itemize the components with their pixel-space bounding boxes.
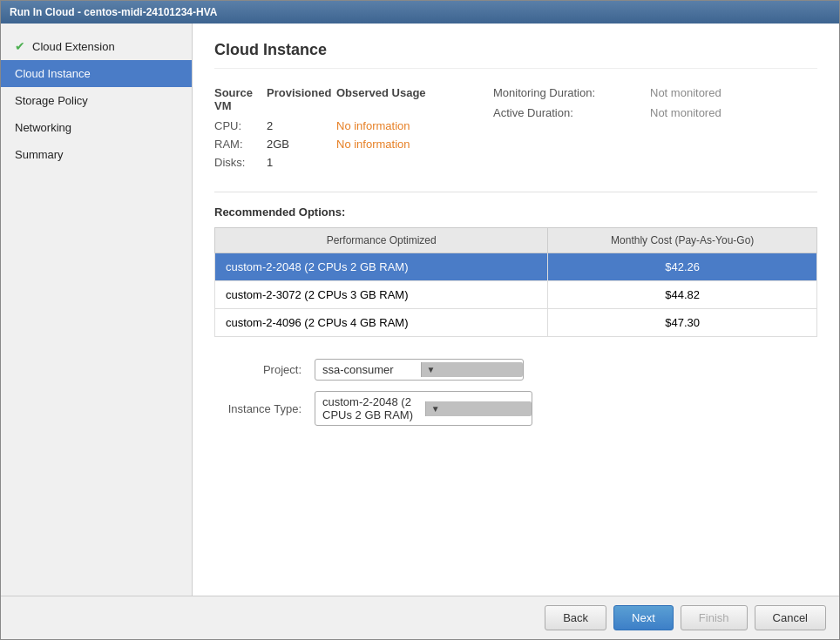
- next-button[interactable]: Next: [613, 605, 674, 630]
- table-row[interactable]: custom-2-4096 (2 CPUs 4 GB RAM) $47.30: [215, 309, 817, 337]
- ram-label: RAM:: [214, 138, 267, 151]
- sidebar: ✔ Cloud Extension Cloud Instance Storage…: [1, 24, 193, 596]
- project-row: Project: ssa-consumer ▼: [214, 359, 817, 381]
- column-headers: Source VM Provisioned Observed Usage: [214, 86, 493, 112]
- cpu-value: 2: [267, 119, 336, 132]
- sidebar-item-label: Storage Policy: [15, 94, 88, 107]
- dropdown-arrow-icon: ▼: [421, 362, 524, 377]
- project-label: Project:: [214, 363, 301, 376]
- check-icon: ✔: [15, 39, 25, 53]
- footer: Back Next Finish Cancel: [1, 596, 839, 639]
- project-select[interactable]: ssa-consumer ▼: [315, 359, 524, 381]
- monitoring-duration-label: Monitoring Duration:: [493, 86, 641, 99]
- disks-value: 1: [267, 156, 336, 169]
- source-vm-header: Source VM: [214, 86, 267, 112]
- instance-type-row: Instance Type: custom-2-2048 (2 CPUs 2 G…: [214, 391, 817, 426]
- ram-value: 2GB: [267, 138, 336, 151]
- sidebar-item-cloud-extension[interactable]: ✔ Cloud Extension: [1, 32, 192, 60]
- monthly-cost-header: Monthly Cost (Pay-As-You-Go): [548, 228, 817, 253]
- table-row[interactable]: custom-2-2048 (2 CPUs 2 GB RAM) $42.26: [215, 253, 817, 281]
- title-bar: Run In Cloud - centos-midi-24101234-HVA: [1, 1, 839, 24]
- sidebar-item-label: Cloud Extension: [32, 40, 115, 53]
- instance-type-select-value: custom-2-2048 (2 CPUs 2 GB RAM): [322, 395, 418, 421]
- form-section: Project: ssa-consumer ▼ Instance Type: c…: [214, 359, 817, 426]
- option-cost: $42.26: [548, 253, 817, 281]
- main-window: Run In Cloud - centos-midi-24101234-HVA …: [0, 0, 840, 640]
- sidebar-item-networking[interactable]: Networking: [1, 114, 192, 141]
- sidebar-item-label: Networking: [15, 121, 71, 134]
- main-content: Cloud Instance Source VM Provisioned Obs…: [193, 24, 839, 596]
- active-duration-label: Active Duration:: [493, 106, 641, 119]
- table-row[interactable]: custom-2-3072 (2 CPUs 3 GB RAM) $44.82: [215, 281, 817, 309]
- ram-observed: No information: [336, 138, 493, 151]
- sidebar-item-storage-policy[interactable]: Storage Policy: [1, 87, 192, 114]
- instance-type-label: Instance Type:: [214, 402, 301, 415]
- option-name: custom-2-3072 (2 CPUs 3 GB RAM): [215, 281, 548, 309]
- provisioned-header: Provisioned: [267, 86, 336, 112]
- active-duration-value: Not monitored: [650, 106, 721, 119]
- performance-header: Performance Optimized: [215, 228, 548, 253]
- window-title: Run In Cloud - centos-midi-24101234-HVA: [10, 6, 217, 18]
- cpu-observed: No information: [336, 119, 493, 132]
- cancel-button[interactable]: Cancel: [755, 605, 826, 630]
- left-info: Source VM Provisioned Observed Usage CPU…: [214, 86, 493, 174]
- option-name: custom-2-2048 (2 CPUs 2 GB RAM): [215, 253, 548, 281]
- cpu-label: CPU:: [214, 119, 267, 132]
- divider: [214, 192, 817, 192]
- page-title: Cloud Instance: [214, 41, 817, 69]
- active-duration-row: Active Duration: Not monitored: [493, 106, 824, 119]
- cpu-row: CPU: 2 No information: [214, 119, 493, 132]
- info-section: Source VM Provisioned Observed Usage CPU…: [214, 86, 817, 174]
- recommended-options-title: Recommended Options:: [214, 205, 817, 219]
- observed-usage-header: Observed Usage: [336, 86, 493, 112]
- disks-label: Disks:: [214, 156, 267, 169]
- content-area: ✔ Cloud Extension Cloud Instance Storage…: [1, 24, 839, 596]
- disks-row: Disks: 1: [214, 156, 493, 169]
- option-name: custom-2-4096 (2 CPUs 4 GB RAM): [215, 309, 548, 337]
- back-button[interactable]: Back: [545, 605, 606, 630]
- instance-type-select[interactable]: custom-2-2048 (2 CPUs 2 GB RAM) ▼: [315, 391, 532, 426]
- monitoring-duration-value: Not monitored: [650, 86, 721, 99]
- sidebar-item-label: Cloud Instance: [15, 67, 91, 80]
- sidebar-item-cloud-instance[interactable]: Cloud Instance: [1, 60, 192, 87]
- finish-button[interactable]: Finish: [681, 605, 748, 630]
- option-cost: $44.82: [548, 281, 817, 309]
- sidebar-item-summary[interactable]: Summary: [1, 141, 192, 168]
- ram-row: RAM: 2GB No information: [214, 138, 493, 151]
- sidebar-item-label: Summary: [15, 148, 64, 161]
- options-table: Performance Optimized Monthly Cost (Pay-…: [214, 227, 817, 337]
- option-cost: $47.30: [548, 309, 817, 337]
- project-select-value: ssa-consumer: [322, 363, 414, 376]
- right-info: Monitoring Duration: Not monitored Activ…: [493, 86, 824, 174]
- table-header-row: Performance Optimized Monthly Cost (Pay-…: [215, 228, 817, 253]
- dropdown-arrow-icon: ▼: [425, 401, 532, 416]
- monitoring-duration-row: Monitoring Duration: Not monitored: [493, 86, 824, 99]
